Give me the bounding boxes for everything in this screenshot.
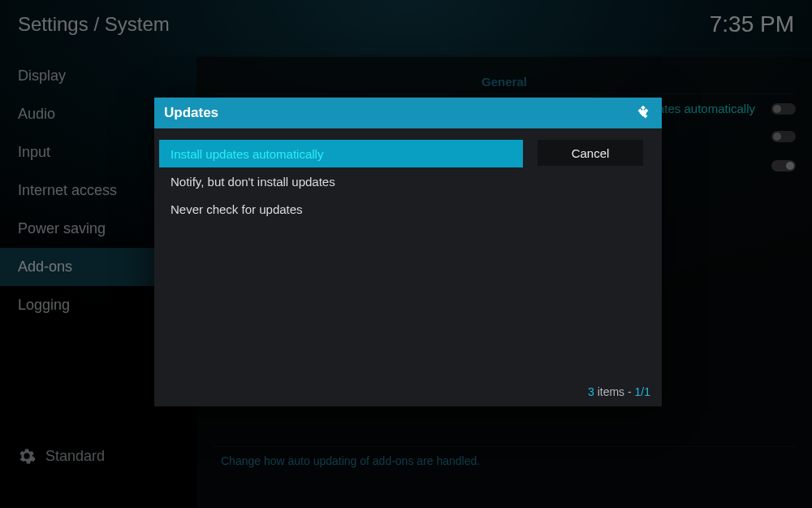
options-list: Install updates automatically Notify, bu… [154, 128, 528, 406]
dialog-side-panel: Cancel [528, 128, 662, 406]
option-label: Install updates automatically [171, 147, 323, 161]
cancel-button[interactable]: Cancel [538, 140, 643, 166]
footer-word: items - [594, 385, 635, 398]
dialog-titlebar: Updates [154, 98, 662, 128]
option-label: Never check for updates [171, 202, 303, 216]
footer-count: 3 [588, 385, 594, 398]
dialog-body: Install updates automatically Notify, bu… [154, 128, 662, 406]
option-label: Notify, but don't install updates [171, 175, 335, 189]
footer-page: 1/1 [635, 385, 650, 398]
dialog-title: Updates [164, 105, 218, 121]
dialog-footer: 3 items - 1/1 [588, 385, 650, 398]
option-notify-only[interactable]: Notify, but don't install updates [159, 167, 523, 195]
option-never-check[interactable]: Never check for updates [159, 195, 523, 223]
option-install-automatically[interactable]: Install updates automatically [159, 140, 523, 167]
kodi-icon [634, 104, 652, 122]
updates-dialog: Updates Install updates automatically No… [154, 98, 662, 406]
